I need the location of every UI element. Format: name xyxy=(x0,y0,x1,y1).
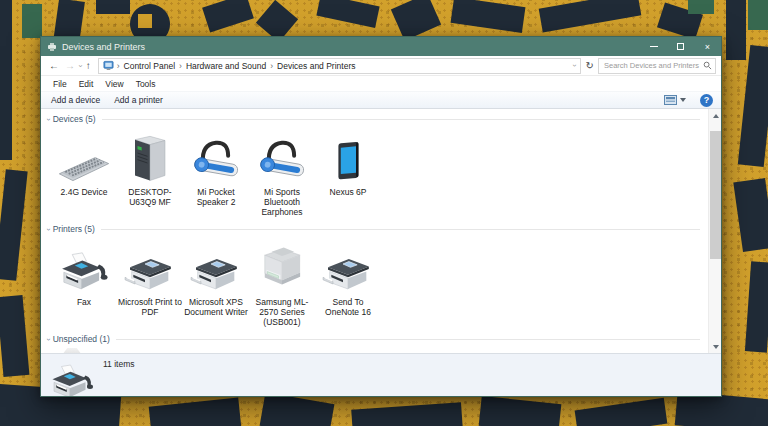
control-panel-icon xyxy=(103,60,114,71)
printer-item-samsung-ml-2570-series-usb001[interactable]: Samsung ML-2570 Series (USB001) xyxy=(249,235,315,329)
maximize-button[interactable] xyxy=(667,37,694,56)
back-icon[interactable]: ← xyxy=(46,61,62,71)
address-bar: ← → › ↑ ›Control Panel›Hardware and Soun… xyxy=(41,56,721,76)
device-item-nexus-6p[interactable]: Nexus 6P xyxy=(315,125,381,219)
menu-tools[interactable]: Tools xyxy=(130,79,162,89)
wallpaper-shape xyxy=(202,0,254,32)
device-item-2-4g-device[interactable]: 2.4G Device xyxy=(51,125,117,219)
breadcrumb-control-panel[interactable]: Control Panel xyxy=(122,61,178,71)
wallpaper-shape xyxy=(260,392,335,426)
wallpaper-shape xyxy=(451,0,526,33)
window-app-icon xyxy=(47,42,57,52)
items-viewport-inner: ›Devices (5) 2.4G Device DESKTOP-U63Q9 M… xyxy=(41,109,708,353)
keyboard-icon xyxy=(56,132,112,184)
vertical-scrollbar[interactable] xyxy=(708,109,721,353)
section-header-printers-5[interactable]: ›Printers (5) xyxy=(47,223,700,235)
mfp-printer-icon xyxy=(254,242,310,294)
printer-item-microsoft-xps-document-writer[interactable]: Microsoft XPS Document Writer xyxy=(183,235,249,329)
item-label: Send To OneNote 16 xyxy=(316,297,380,329)
wallpaper-shape xyxy=(138,14,152,28)
device-item-mi-sports-bluetooth-earphones[interactable]: Mi Sports Bluetooth Earphones xyxy=(249,125,315,219)
address-dropdown-chevron-icon[interactable]: › xyxy=(570,62,579,69)
search-input[interactable] xyxy=(604,61,703,70)
window-title-bar[interactable]: Devices and Printers × xyxy=(41,37,721,56)
section-header-devices-5[interactable]: ›Devices (5) xyxy=(47,113,700,125)
recent-pages-chevron-icon[interactable]: › xyxy=(76,63,84,68)
close-icon: × xyxy=(705,42,710,52)
breadcrumb-hardware-and-sound[interactable]: Hardware and Sound xyxy=(184,61,268,71)
scroll-up-button[interactable] xyxy=(709,109,722,122)
headset-icon xyxy=(256,132,308,184)
command-bar-items: Add a deviceAdd a printer xyxy=(51,95,177,105)
chevron-down-icon: › xyxy=(44,338,53,341)
printer-item-send-to-onenote-16[interactable]: Send To OneNote 16 xyxy=(315,235,381,329)
device-item-mi-pocket-speaker-2[interactable]: Mi Pocket Speaker 2 xyxy=(183,125,249,219)
add-a-device-button[interactable]: Add a device xyxy=(51,95,106,105)
wallpaper-shape xyxy=(96,0,130,14)
folder-details-icon xyxy=(48,363,96,396)
view-options-icon xyxy=(664,95,677,105)
section-header-unspecified-1[interactable]: ›Unspecified (1) xyxy=(47,333,700,345)
section-divider xyxy=(101,229,700,230)
section-divider xyxy=(102,119,700,120)
add-a-printer-button[interactable]: Add a printer xyxy=(114,95,169,105)
breadcrumb-devices-and-printers[interactable]: Devices and Printers xyxy=(275,61,357,71)
scroll-up-icon xyxy=(713,114,719,118)
search-icon[interactable] xyxy=(703,61,712,70)
printer-grid: Fax Microsoft Print to PDF Microsoft XPS… xyxy=(41,235,708,329)
chevron-down-icon xyxy=(680,98,686,102)
printer-icon xyxy=(189,242,243,294)
minimize-button[interactable] xyxy=(640,37,667,56)
items-count: 11 items xyxy=(103,359,135,369)
fax-icon xyxy=(57,242,111,294)
chevron-down-icon: › xyxy=(44,118,53,121)
menu-bar: FileEditViewTools xyxy=(41,76,721,91)
wallpaper-shape xyxy=(745,261,768,352)
headset-icon xyxy=(190,132,242,184)
menu-view[interactable]: View xyxy=(99,79,129,89)
item-label: Mi Pocket Speaker 2 xyxy=(184,187,248,219)
breadcrumb-separator-icon: › xyxy=(268,61,275,71)
wallpaper-shape xyxy=(0,169,28,281)
help-button[interactable]: ? xyxy=(700,94,713,107)
menu-file[interactable]: File xyxy=(47,79,73,89)
item-label: Samsung ML-2570 Series (USB001) xyxy=(250,297,314,329)
wallpaper-shape xyxy=(22,4,42,38)
printer-item-fax[interactable]: Fax xyxy=(51,235,117,329)
search-box[interactable] xyxy=(598,58,716,74)
change-view-button[interactable] xyxy=(664,95,686,105)
printer-item-microsoft-print-to-pdf[interactable]: Microsoft Print to PDF xyxy=(117,235,183,329)
wallpaper-shape xyxy=(738,45,768,167)
wallpaper-shape xyxy=(726,0,746,60)
wallpaper-shape xyxy=(391,0,441,41)
pc-tower-icon xyxy=(130,132,170,184)
smartphone-icon xyxy=(332,132,364,184)
close-button[interactable]: × xyxy=(694,37,721,56)
window-title: Devices and Printers xyxy=(62,42,640,52)
scroll-down-icon xyxy=(713,345,719,349)
address-box[interactable]: ›Control Panel›Hardware and Sound›Device… xyxy=(98,58,581,74)
menu-edit[interactable]: Edit xyxy=(73,79,100,89)
printer-icon xyxy=(123,242,177,294)
item-label: Microsoft XPS Document Writer xyxy=(184,297,248,329)
wallpaper-shape xyxy=(149,397,242,426)
printer-icon xyxy=(321,242,375,294)
item-label: DESKTOP-U63Q9 MF xyxy=(118,187,182,219)
items-viewport: ›Devices (5) 2.4G Device DESKTOP-U63Q9 M… xyxy=(41,109,721,353)
wallpaper-shape xyxy=(316,0,379,28)
section-label: Printers (5) xyxy=(53,224,95,234)
chevron-down-icon: › xyxy=(44,228,53,231)
item-label: Microsoft Print to PDF xyxy=(118,297,182,329)
devices-and-printers-window: Devices and Printers × ← → › ↑ ›Control … xyxy=(40,36,722,397)
wallpaper-shape xyxy=(351,402,463,426)
help-icon: ? xyxy=(704,96,710,105)
breadcrumb: ›Control Panel›Hardware and Sound›Device… xyxy=(115,61,571,71)
refresh-icon[interactable]: ↻ xyxy=(584,60,598,71)
scroll-down-button[interactable] xyxy=(709,340,722,353)
wallpaper-shape xyxy=(0,295,29,377)
scrollbar-thumb[interactable] xyxy=(710,131,721,259)
breadcrumb-separator-icon: › xyxy=(115,61,122,71)
wallpaper-shape xyxy=(539,0,642,33)
device-item-desktop-u63q9-mf[interactable]: DESKTOP-U63Q9 MF xyxy=(117,125,183,219)
wallpaper-shape xyxy=(688,0,714,14)
